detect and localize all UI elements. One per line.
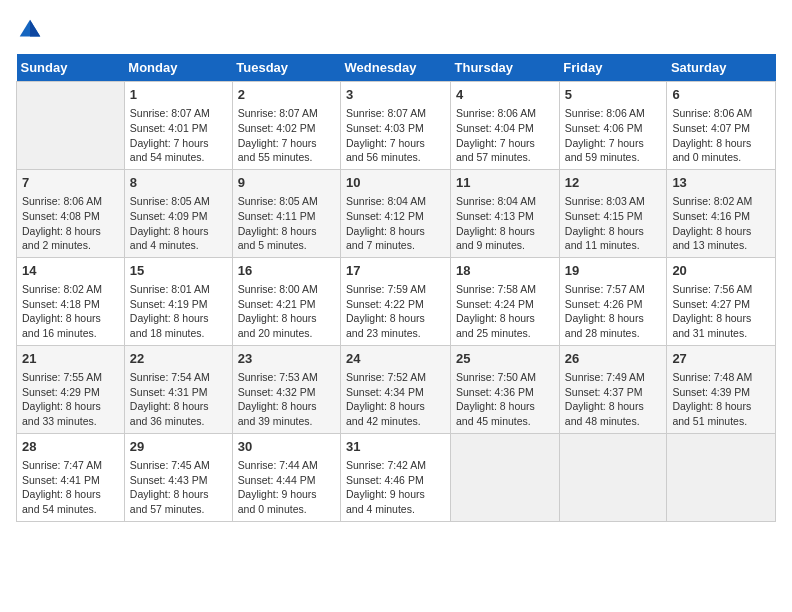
day-number: 21	[22, 350, 119, 368]
logo-icon	[16, 16, 44, 44]
day-info: Sunrise: 7:59 AMSunset: 4:22 PMDaylight:…	[346, 282, 445, 341]
calendar-cell: 28Sunrise: 7:47 AMSunset: 4:41 PMDayligh…	[17, 433, 125, 521]
calendar-week-row: 28Sunrise: 7:47 AMSunset: 4:41 PMDayligh…	[17, 433, 776, 521]
calendar-body: 1Sunrise: 8:07 AMSunset: 4:01 PMDaylight…	[17, 82, 776, 522]
calendar-cell: 4Sunrise: 8:06 AMSunset: 4:04 PMDaylight…	[451, 82, 560, 170]
day-number: 23	[238, 350, 335, 368]
day-info: Sunrise: 7:54 AMSunset: 4:31 PMDaylight:…	[130, 370, 227, 429]
calendar-table: SundayMondayTuesdayWednesdayThursdayFrid…	[16, 54, 776, 522]
calendar-cell: 21Sunrise: 7:55 AMSunset: 4:29 PMDayligh…	[17, 345, 125, 433]
day-number: 22	[130, 350, 227, 368]
day-number: 30	[238, 438, 335, 456]
calendar-cell: 9Sunrise: 8:05 AMSunset: 4:11 PMDaylight…	[232, 169, 340, 257]
calendar-cell	[667, 433, 776, 521]
day-info: Sunrise: 8:01 AMSunset: 4:19 PMDaylight:…	[130, 282, 227, 341]
header-day: Tuesday	[232, 54, 340, 82]
calendar-cell: 25Sunrise: 7:50 AMSunset: 4:36 PMDayligh…	[451, 345, 560, 433]
calendar-cell: 27Sunrise: 7:48 AMSunset: 4:39 PMDayligh…	[667, 345, 776, 433]
day-info: Sunrise: 8:06 AMSunset: 4:04 PMDaylight:…	[456, 106, 554, 165]
day-number: 9	[238, 174, 335, 192]
calendar-cell: 19Sunrise: 7:57 AMSunset: 4:26 PMDayligh…	[559, 257, 667, 345]
day-number: 27	[672, 350, 770, 368]
calendar-cell: 13Sunrise: 8:02 AMSunset: 4:16 PMDayligh…	[667, 169, 776, 257]
calendar-cell: 5Sunrise: 8:06 AMSunset: 4:06 PMDaylight…	[559, 82, 667, 170]
header-day: Monday	[124, 54, 232, 82]
calendar-cell: 10Sunrise: 8:04 AMSunset: 4:12 PMDayligh…	[341, 169, 451, 257]
calendar-week-row: 21Sunrise: 7:55 AMSunset: 4:29 PMDayligh…	[17, 345, 776, 433]
day-number: 3	[346, 86, 445, 104]
calendar-header: SundayMondayTuesdayWednesdayThursdayFrid…	[17, 54, 776, 82]
day-info: Sunrise: 7:57 AMSunset: 4:26 PMDaylight:…	[565, 282, 662, 341]
header-day: Friday	[559, 54, 667, 82]
day-info: Sunrise: 8:04 AMSunset: 4:13 PMDaylight:…	[456, 194, 554, 253]
day-info: Sunrise: 7:48 AMSunset: 4:39 PMDaylight:…	[672, 370, 770, 429]
day-number: 15	[130, 262, 227, 280]
day-info: Sunrise: 8:00 AMSunset: 4:21 PMDaylight:…	[238, 282, 335, 341]
day-number: 24	[346, 350, 445, 368]
day-info: Sunrise: 8:07 AMSunset: 4:02 PMDaylight:…	[238, 106, 335, 165]
day-info: Sunrise: 8:05 AMSunset: 4:09 PMDaylight:…	[130, 194, 227, 253]
day-info: Sunrise: 8:03 AMSunset: 4:15 PMDaylight:…	[565, 194, 662, 253]
day-info: Sunrise: 8:06 AMSunset: 4:07 PMDaylight:…	[672, 106, 770, 165]
calendar-cell: 18Sunrise: 7:58 AMSunset: 4:24 PMDayligh…	[451, 257, 560, 345]
calendar-cell	[559, 433, 667, 521]
calendar-cell: 1Sunrise: 8:07 AMSunset: 4:01 PMDaylight…	[124, 82, 232, 170]
header-row: SundayMondayTuesdayWednesdayThursdayFrid…	[17, 54, 776, 82]
day-number: 7	[22, 174, 119, 192]
day-info: Sunrise: 8:06 AMSunset: 4:08 PMDaylight:…	[22, 194, 119, 253]
calendar-cell: 22Sunrise: 7:54 AMSunset: 4:31 PMDayligh…	[124, 345, 232, 433]
calendar-cell: 7Sunrise: 8:06 AMSunset: 4:08 PMDaylight…	[17, 169, 125, 257]
day-info: Sunrise: 7:52 AMSunset: 4:34 PMDaylight:…	[346, 370, 445, 429]
day-info: Sunrise: 7:56 AMSunset: 4:27 PMDaylight:…	[672, 282, 770, 341]
day-info: Sunrise: 8:05 AMSunset: 4:11 PMDaylight:…	[238, 194, 335, 253]
header-day: Saturday	[667, 54, 776, 82]
calendar-cell: 11Sunrise: 8:04 AMSunset: 4:13 PMDayligh…	[451, 169, 560, 257]
logo	[16, 16, 48, 44]
day-number: 16	[238, 262, 335, 280]
calendar-cell: 23Sunrise: 7:53 AMSunset: 4:32 PMDayligh…	[232, 345, 340, 433]
calendar-week-row: 1Sunrise: 8:07 AMSunset: 4:01 PMDaylight…	[17, 82, 776, 170]
header-day: Thursday	[451, 54, 560, 82]
day-info: Sunrise: 7:49 AMSunset: 4:37 PMDaylight:…	[565, 370, 662, 429]
day-info: Sunrise: 7:50 AMSunset: 4:36 PMDaylight:…	[456, 370, 554, 429]
day-info: Sunrise: 7:45 AMSunset: 4:43 PMDaylight:…	[130, 458, 227, 517]
page-header	[16, 16, 776, 44]
day-number: 8	[130, 174, 227, 192]
day-number: 18	[456, 262, 554, 280]
day-info: Sunrise: 7:42 AMSunset: 4:46 PMDaylight:…	[346, 458, 445, 517]
calendar-cell: 6Sunrise: 8:06 AMSunset: 4:07 PMDaylight…	[667, 82, 776, 170]
calendar-cell: 12Sunrise: 8:03 AMSunset: 4:15 PMDayligh…	[559, 169, 667, 257]
day-number: 11	[456, 174, 554, 192]
day-info: Sunrise: 8:02 AMSunset: 4:18 PMDaylight:…	[22, 282, 119, 341]
svg-marker-1	[30, 20, 40, 37]
calendar-cell: 8Sunrise: 8:05 AMSunset: 4:09 PMDaylight…	[124, 169, 232, 257]
day-number: 13	[672, 174, 770, 192]
day-number: 20	[672, 262, 770, 280]
day-number: 31	[346, 438, 445, 456]
day-number: 12	[565, 174, 662, 192]
calendar-cell: 2Sunrise: 8:07 AMSunset: 4:02 PMDaylight…	[232, 82, 340, 170]
day-number: 4	[456, 86, 554, 104]
calendar-cell: 24Sunrise: 7:52 AMSunset: 4:34 PMDayligh…	[341, 345, 451, 433]
day-info: Sunrise: 8:06 AMSunset: 4:06 PMDaylight:…	[565, 106, 662, 165]
day-number: 10	[346, 174, 445, 192]
day-number: 1	[130, 86, 227, 104]
calendar-week-row: 14Sunrise: 8:02 AMSunset: 4:18 PMDayligh…	[17, 257, 776, 345]
header-day: Wednesday	[341, 54, 451, 82]
calendar-cell: 30Sunrise: 7:44 AMSunset: 4:44 PMDayligh…	[232, 433, 340, 521]
day-info: Sunrise: 8:07 AMSunset: 4:01 PMDaylight:…	[130, 106, 227, 165]
day-number: 28	[22, 438, 119, 456]
calendar-cell	[451, 433, 560, 521]
day-number: 26	[565, 350, 662, 368]
day-info: Sunrise: 8:02 AMSunset: 4:16 PMDaylight:…	[672, 194, 770, 253]
calendar-cell: 3Sunrise: 8:07 AMSunset: 4:03 PMDaylight…	[341, 82, 451, 170]
day-number: 25	[456, 350, 554, 368]
day-number: 2	[238, 86, 335, 104]
calendar-cell: 26Sunrise: 7:49 AMSunset: 4:37 PMDayligh…	[559, 345, 667, 433]
day-info: Sunrise: 7:55 AMSunset: 4:29 PMDaylight:…	[22, 370, 119, 429]
calendar-cell: 16Sunrise: 8:00 AMSunset: 4:21 PMDayligh…	[232, 257, 340, 345]
calendar-cell	[17, 82, 125, 170]
day-number: 29	[130, 438, 227, 456]
calendar-cell: 20Sunrise: 7:56 AMSunset: 4:27 PMDayligh…	[667, 257, 776, 345]
calendar-cell: 17Sunrise: 7:59 AMSunset: 4:22 PMDayligh…	[341, 257, 451, 345]
